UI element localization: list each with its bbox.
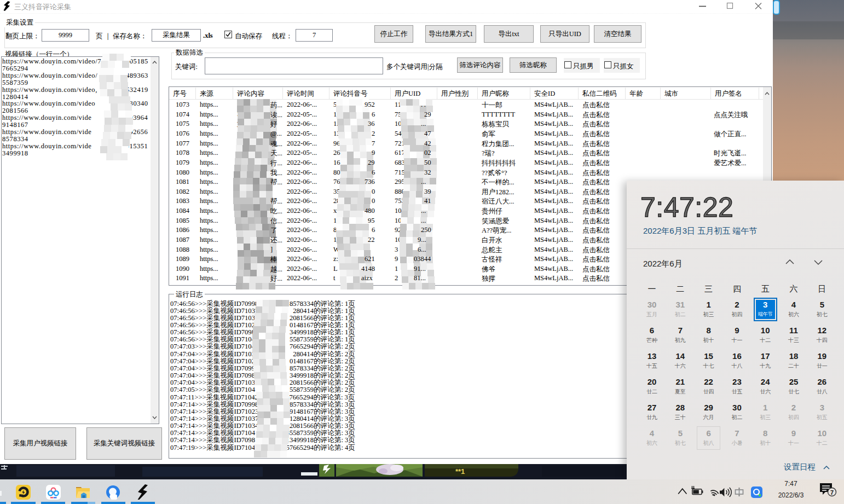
svg-text:7: 7	[830, 489, 834, 496]
